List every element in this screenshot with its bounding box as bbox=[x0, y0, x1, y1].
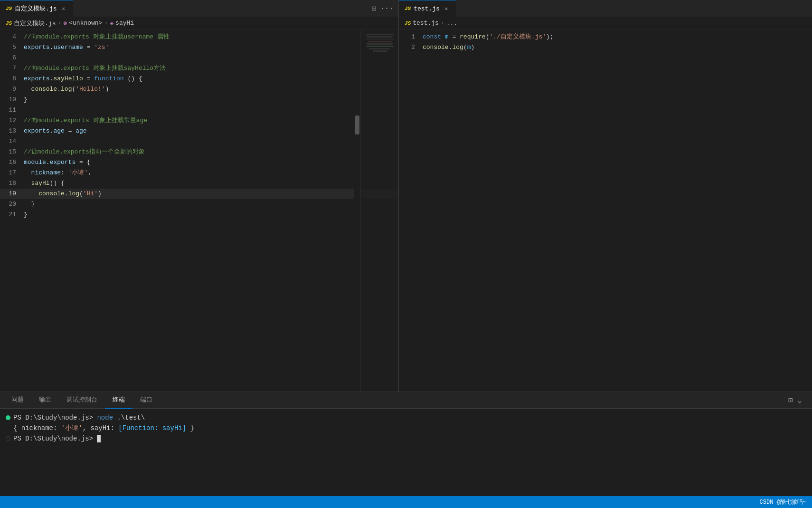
scroll-handle[interactable] bbox=[355, 115, 359, 134]
panel-chevron-icon[interactable]: ⌄ bbox=[797, 395, 802, 405]
code-line-13: 13 exports.age = age bbox=[0, 126, 398, 136]
code-line-16: 16 module.exports = { bbox=[0, 157, 398, 168]
left-breadcrumb: JS 自定义模块.js › ⊛ <unknown> › ◈ sayHi bbox=[0, 17, 398, 30]
code-line-14: 14 bbox=[0, 136, 398, 147]
panel-tab-actions: ⊡ ⌄ bbox=[788, 395, 806, 405]
bc-func[interactable]: sayHi bbox=[115, 19, 134, 27]
code-line-5: 5 exports.username = 'zs' bbox=[0, 42, 398, 53]
rbc-sep: › bbox=[441, 19, 444, 27]
right-tab-close[interactable]: ✕ bbox=[443, 5, 450, 12]
terminal-cursor bbox=[97, 435, 101, 442]
code-line-18: 18 sayHi() { bbox=[0, 178, 398, 189]
rbc-rest[interactable]: ... bbox=[446, 19, 457, 27]
panel-tab-ports[interactable]: 端口 bbox=[132, 392, 160, 409]
terminal-dot-empty bbox=[6, 436, 10, 441]
panel-tab-output[interactable]: 输出 bbox=[31, 392, 59, 409]
code-line-21: 21 } bbox=[0, 210, 398, 220]
left-code-body: 4 //向module.exports 对象上挂载username 属性 5 e… bbox=[0, 30, 398, 392]
code-line-6: 6 bbox=[0, 53, 398, 63]
bc-unknown-icon: ⊛ bbox=[63, 19, 67, 27]
terminal-prompt-3: PS D:\Study\node.js> bbox=[13, 433, 101, 444]
left-tab-label: 自定义模块.js bbox=[15, 4, 57, 13]
left-tab-actions: ⊡ ··· bbox=[372, 4, 398, 13]
rcode-line-2: 2 console.log(m) bbox=[399, 42, 812, 53]
js-icon-right: JS bbox=[405, 6, 411, 11]
panel-tab-bar: 问题 输出 调试控制台 终端 端口 ⊡ ⌄ bbox=[0, 392, 812, 409]
right-tab-bar: JS test.js ✕ bbox=[399, 0, 812, 17]
right-tab-active[interactable]: JS test.js ✕ bbox=[399, 0, 456, 17]
bc-file[interactable]: 自定义模块.js bbox=[14, 19, 56, 28]
code-line-4: 4 //向module.exports 对象上挂载username 属性 bbox=[0, 32, 398, 42]
terminal-prompt-1: PS D:\Study\node.js> node .\test\ bbox=[13, 412, 145, 423]
split-editor-icon[interactable]: ⊡ bbox=[372, 4, 377, 13]
left-tab-close[interactable]: ✕ bbox=[60, 5, 67, 12]
code-line-10: 10 } bbox=[0, 95, 398, 105]
minimap bbox=[360, 30, 398, 392]
code-line-15: 15 //让module.exports指向一个全新的对象 bbox=[0, 147, 398, 157]
left-tab-bar: JS 自定义模块.js ✕ ⊡ ··· bbox=[0, 0, 398, 17]
panel-tab-terminal[interactable]: 终端 bbox=[105, 392, 132, 409]
rcode-line-1: 1 const m = require('./自定义模块.js'); bbox=[399, 32, 812, 42]
left-scrollbar[interactable] bbox=[354, 30, 360, 392]
code-line-11: 11 bbox=[0, 105, 398, 115]
panel-right-border bbox=[808, 392, 808, 409]
code-line-7: 7 //向module.exports 对象上挂载sayHello方法 bbox=[0, 63, 398, 74]
panel-tab-debug[interactable]: 调试控制台 bbox=[59, 392, 105, 409]
code-line-9: 9 console.log('Hello!') bbox=[0, 84, 398, 95]
panel-tab-problems[interactable]: 问题 bbox=[4, 392, 31, 409]
left-tab-active[interactable]: JS 自定义模块.js ✕ bbox=[0, 0, 73, 17]
code-line-17: 17 nickname: '小谭', bbox=[0, 168, 398, 178]
terminal-line-3: PS D:\Study\node.js> bbox=[6, 433, 806, 444]
bc-sep2: › bbox=[104, 19, 108, 27]
bc-unknown[interactable]: <unknown> bbox=[69, 19, 102, 27]
js-icon-left: JS bbox=[6, 6, 12, 11]
right-code-body: 1 const m = require('./自定义模块.js'); 2 con… bbox=[399, 30, 812, 392]
terminal-line-2: { nickname: '小谭', sayHi: [Function: sayH… bbox=[6, 423, 806, 433]
rbc-js-icon: JS bbox=[405, 20, 411, 26]
code-line-20: 20 } bbox=[0, 199, 398, 210]
bc-js-icon: JS bbox=[6, 20, 12, 26]
right-breadcrumb: JS test.js › ... bbox=[399, 17, 812, 30]
terminal-body[interactable]: PS D:\Study\node.js> node .\test\ { nick… bbox=[0, 409, 812, 496]
terminal-panel: 问题 输出 调试控制台 终端 端口 ⊡ ⌄ bbox=[0, 392, 812, 496]
code-line-8: 8 exports.sayHello = function () { bbox=[0, 74, 398, 84]
right-tab-label: test.js bbox=[414, 5, 440, 12]
terminal-dot-green bbox=[6, 415, 10, 420]
bc-cube-icon: ◈ bbox=[110, 19, 113, 27]
rbc-file[interactable]: test.js bbox=[413, 19, 439, 27]
status-bar: CSDN @酷七嗷呜~ bbox=[0, 496, 812, 508]
left-editor-pane: JS 自定义模块.js ✕ ⊡ ··· JS 自定义模块.js › ⊛ <unk… bbox=[0, 0, 399, 392]
status-right: CSDN @酷七嗷呜~ bbox=[760, 498, 806, 506]
right-editor-pane: JS test.js ✕ JS test.js › ... 1 const m … bbox=[399, 0, 812, 392]
more-actions-icon[interactable]: ··· bbox=[380, 4, 394, 13]
code-line-19: 19 console.log('Hi') bbox=[0, 189, 398, 199]
panel-split-icon[interactable]: ⊡ bbox=[788, 395, 793, 405]
code-line-12: 12 //向module.exports 对象上挂载常量age bbox=[0, 115, 398, 126]
bc-sep1: › bbox=[58, 19, 62, 27]
terminal-line-1: PS D:\Study\node.js> node .\test\ bbox=[6, 412, 806, 423]
